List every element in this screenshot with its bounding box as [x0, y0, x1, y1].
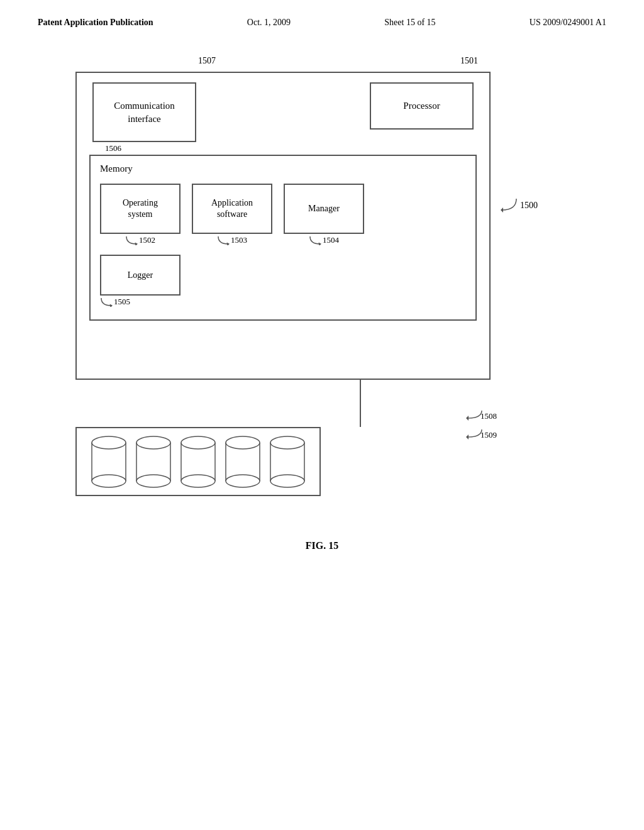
svg-marker-1 — [227, 242, 230, 245]
header-patent: US 2009/0249001 A1 — [530, 18, 606, 28]
comm-interface-box: Communicationinterface — [92, 82, 196, 142]
manager-box: Manager — [284, 184, 364, 234]
label-1506: 1506 — [105, 143, 121, 153]
operating-system-label: Operatingsystem — [123, 197, 158, 220]
logger-box: Logger — [100, 255, 180, 296]
label-1504: 1504 — [323, 235, 339, 245]
figure-label: FIG. 15 — [0, 540, 644, 551]
memory-label: Memory — [100, 163, 466, 174]
curve-arrow-1508-icon — [464, 409, 483, 421]
curve-arrow-1502-icon — [125, 235, 139, 245]
header-publication: Patent Application Publication — [38, 18, 153, 28]
comm-interface-label: Communicationinterface — [114, 99, 175, 126]
svg-marker-6 — [466, 434, 469, 440]
cylinder-5 — [269, 435, 306, 489]
svg-point-26 — [270, 475, 304, 487]
curve-arrow-1509-icon — [464, 428, 483, 440]
svg-point-19 — [226, 436, 260, 449]
application-software-box: Applicationsoftware — [192, 184, 272, 234]
svg-marker-0 — [135, 242, 138, 245]
svg-point-15 — [181, 436, 215, 449]
diagram-area: 1507 1501 Communicationinterface — [0, 40, 644, 509]
label-1507: 1507 — [198, 56, 216, 66]
curve-arrow-1503-icon — [217, 235, 231, 245]
processor-label: Processor — [403, 101, 440, 111]
svg-point-10 — [92, 475, 126, 487]
cylinder-2 — [135, 435, 172, 489]
processor-box: Processor — [370, 82, 474, 130]
cylinder-1 — [91, 435, 127, 489]
header-sheet: Sheet 15 of 15 — [384, 18, 435, 28]
svg-marker-2 — [319, 242, 322, 245]
manager-label: Manager — [308, 204, 340, 214]
logger-label: Logger — [128, 270, 153, 280]
svg-point-23 — [270, 436, 304, 449]
page-header: Patent Application Publication Oct. 1, 2… — [0, 0, 644, 40]
curve-arrow-1505-icon — [100, 297, 114, 307]
curve-arrow-1500-icon — [499, 197, 518, 213]
svg-point-14 — [136, 475, 170, 487]
svg-marker-4 — [501, 208, 503, 213]
operating-system-box: Operatingsystem — [100, 184, 180, 234]
svg-marker-3 — [110, 304, 113, 307]
header-date: Oct. 1, 2009 — [247, 18, 291, 28]
svg-point-18 — [181, 475, 215, 487]
svg-point-11 — [136, 436, 170, 449]
label-1505: 1505 — [114, 297, 130, 307]
label-1503: 1503 — [231, 235, 247, 245]
outer-box-1500: Communicationinterface Processor 1506 M — [75, 72, 491, 380]
label-1500-wrapper: 1500 — [499, 197, 538, 213]
vertical-connector — [360, 380, 361, 427]
cylinder-4 — [225, 435, 261, 489]
memory-box: Memory Operatingsystem — [89, 155, 477, 321]
label-1501: 1501 — [460, 56, 478, 66]
svg-point-7 — [92, 436, 126, 449]
svg-point-22 — [226, 475, 260, 487]
application-software-label: Applicationsoftware — [211, 197, 253, 220]
label-1500: 1500 — [520, 201, 538, 211]
cylinder-3 — [180, 435, 216, 489]
curve-arrow-1504-icon — [309, 235, 323, 245]
svg-marker-5 — [466, 416, 469, 421]
database-box — [75, 427, 321, 496]
label-1502: 1502 — [139, 235, 155, 245]
